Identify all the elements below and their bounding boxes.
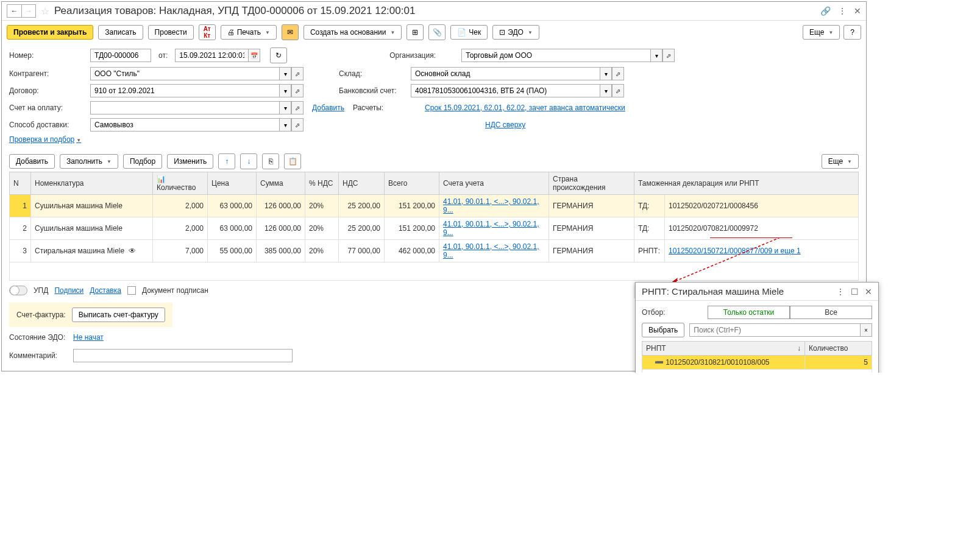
copy-icon[interactable]: ⎘ [262,153,279,169]
popup-close-icon[interactable]: ✕ [865,287,872,297]
col-nomenclature[interactable]: Номенклатура [31,172,153,195]
check-select-link[interactable]: Проверка и подбор [9,135,81,144]
mail-icon[interactable]: ✉ [282,24,299,40]
check-button[interactable]: 📄 Чек [450,25,488,40]
doc-signed-checkbox[interactable] [127,286,136,295]
struct-icon[interactable]: ⊞ [407,24,424,40]
table-select-button[interactable]: Подбор [123,154,162,169]
ip-open-icon[interactable]: ⬀ [291,101,304,114]
ct-open-icon[interactable]: ⬀ [291,84,304,97]
td-cell[interactable]: 10125020/020721/0008456 [665,195,859,217]
more-button[interactable]: Еще [803,25,840,40]
contract-input[interactable] [90,84,279,97]
upd-toggle[interactable] [9,286,27,295]
vat-link[interactable]: НДС сверху [485,121,525,129]
print-button[interactable]: 🖨 Печать [221,25,277,40]
col-total[interactable]: Всего [385,172,439,195]
link-icon[interactable]: 🔗 [820,6,831,16]
table-fill-button[interactable]: Заполнить [60,154,118,169]
table-row[interactable]: 1 Сушильная машина Miele 2,000 63 000,00… [10,195,859,217]
td-cell[interactable]: 10125020/150721/0008877/009 и еще 1 [665,240,859,262]
number-input[interactable] [90,49,151,62]
signatures-link[interactable]: Подписи [54,286,83,295]
comment-input[interactable] [73,349,293,362]
post-button[interactable]: Провести [148,25,194,40]
table-row[interactable]: 2 Сушильная машина Miele 2,000 63 000,00… [10,217,859,240]
invoice-button[interactable]: Выписать счет-фактуру [72,308,165,322]
delivery-link[interactable]: Доставка [90,286,121,295]
col-n[interactable]: N [10,172,31,195]
table-row[interactable]: 3 Стиральная машина Miele 👁 7,000 55 000… [10,240,859,262]
col-accounts[interactable]: Счета учета [439,172,549,195]
create-based-button[interactable]: Создать на основании [304,25,402,40]
invoice-pay-input[interactable] [90,101,279,114]
bank-input[interactable] [411,84,600,97]
col-vat-pct[interactable]: % НДС [305,172,339,195]
col-country[interactable]: Страна происхождения [549,172,634,195]
counterparty-label: Контрагент: [9,69,85,78]
delivery-input[interactable] [90,118,279,132]
table-row[interactable]: ➖ 10125020/310821/0010108/005 5 [642,356,872,370]
edo-status-value[interactable]: Не начат [73,333,104,342]
popup-col-qty[interactable]: Количество [805,342,872,356]
attach-icon[interactable]: 📎 [428,24,446,40]
only-balance-button[interactable]: Только остатки [708,306,790,319]
td-label-cell: ТД: [634,195,665,217]
popup-menu-icon[interactable]: ⋮ [836,287,845,297]
country-cell: ГЕРМАНИЯ [549,195,634,217]
cp-open-icon[interactable]: ⬀ [291,67,304,80]
move-down-icon[interactable]: ↓ [240,153,257,169]
col-sum[interactable]: Сумма [257,172,305,195]
dl-dropdown-icon[interactable]: ▾ [279,118,291,132]
col-customs[interactable]: Таможенная декларация или РНПТ [634,172,859,195]
edo-status-label: Состояние ЭДО: [9,333,67,342]
date-input[interactable] [175,49,248,62]
table-change-button[interactable]: Изменить [167,154,213,169]
menu-icon[interactable]: ⋮ [838,6,847,16]
refresh-icon[interactable]: ↻ [270,47,287,63]
calendar-icon[interactable]: 📅 [248,49,260,62]
ct-dropdown-icon[interactable]: ▾ [279,84,291,97]
help-button[interactable]: ? [843,25,861,40]
forward-button[interactable]: → [21,4,36,18]
close-icon[interactable]: ✕ [854,6,861,16]
org-dropdown-icon[interactable]: ▾ [650,49,662,62]
col-vat[interactable]: НДС [339,172,385,195]
favorite-icon[interactable]: ☆ [41,5,49,17]
table-add-button[interactable]: Добавить [9,154,55,169]
wh-dropdown-icon[interactable]: ▾ [600,67,612,80]
bk-open-icon[interactable]: ⬀ [612,84,624,97]
dl-open-icon[interactable]: ⬀ [291,118,304,132]
popup-col-rnpt[interactable]: РНПТ ↓ [642,342,805,356]
acc-cell[interactable]: 41.01, 90.01.1, <...>, 90.02.1, 9... [439,195,549,217]
dt-kt-icon[interactable]: АтКт [199,24,216,40]
post-close-button[interactable]: Провести и закрыть [7,25,93,40]
wh-open-icon[interactable]: ⬀ [612,67,624,80]
td-cell[interactable]: 10125020/070821/0009972 [665,217,859,240]
col-price[interactable]: Цена [208,172,257,195]
col-qty[interactable]: 📊 Количество [153,172,208,195]
table-more-button[interactable]: Еще [822,154,859,169]
search-clear-icon[interactable]: × [860,323,872,337]
warehouse-input[interactable] [411,67,600,80]
write-button[interactable]: Записать [98,25,143,40]
all-button[interactable]: Все [790,306,872,319]
acc-cell[interactable]: 41.01, 90.01.1, <...>, 90.02.1, 9... [439,217,549,240]
add-link[interactable]: Добавить [312,104,344,112]
org-input[interactable] [461,49,650,62]
ip-dropdown-icon[interactable]: ▾ [279,101,291,114]
paste-icon[interactable]: 📋 [284,153,301,169]
move-up-icon[interactable]: ↑ [218,153,235,169]
calc-link[interactable]: Срок 15.09.2021, 62.01, 62.02, зачет ава… [425,104,625,112]
search-input[interactable] [689,323,860,337]
org-open-icon[interactable]: ⬀ [662,49,675,62]
cp-dropdown-icon[interactable]: ▾ [279,67,291,80]
bank-label: Банковский счет: [339,86,406,95]
edo-button[interactable]: ⊡ ЭДО [492,25,539,40]
back-button[interactable]: ← [7,4,21,18]
bk-dropdown-icon[interactable]: ▾ [600,84,612,97]
acc-cell[interactable]: 41.01, 90.01.1, <...>, 90.02.1, 9... [439,240,549,262]
counterparty-input[interactable] [90,67,279,80]
select-button[interactable]: Выбрать [642,323,684,337]
popup-max-icon[interactable]: ☐ [851,287,859,297]
